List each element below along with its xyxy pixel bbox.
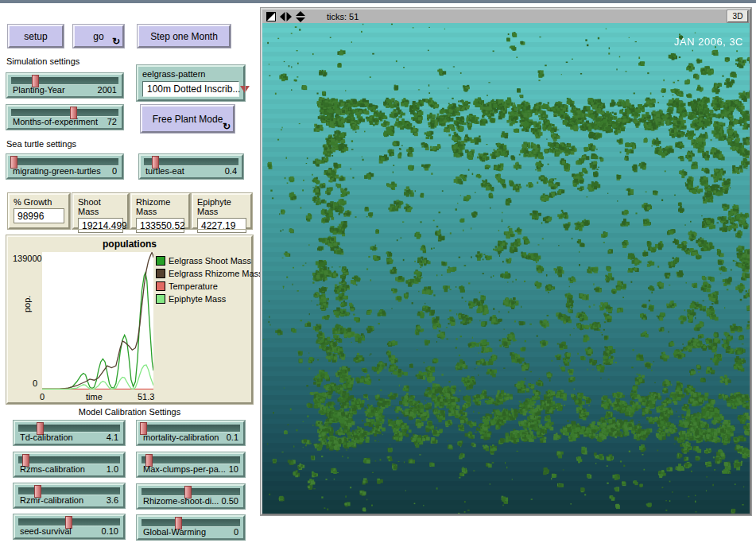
legend-label: Eelgrass Shoot Mass bbox=[169, 256, 251, 266]
slider-max-clumps-per-patch[interactable]: Max-clumps-per-pa...10 bbox=[137, 452, 245, 477]
slider-label: Global-Warming bbox=[143, 527, 206, 537]
monitor-rhizome-mass: Rhizome Mass 133550.52 bbox=[130, 193, 190, 229]
3d-view-button[interactable]: 3D bbox=[727, 10, 748, 22]
slider-label: seed-survival bbox=[20, 526, 72, 536]
slider-td-calibration[interactable]: Td-calibration4.1 bbox=[14, 421, 125, 445]
setup-button-label: setup bbox=[24, 31, 47, 42]
monitor-shoot-mass: Shoot Mass 19214.499 bbox=[72, 193, 129, 229]
slider-track[interactable] bbox=[11, 158, 118, 166]
slider-months-of-experiment[interactable]: Months-of-experiment72 bbox=[6, 105, 123, 130]
slider-track[interactable] bbox=[18, 487, 120, 495]
legend-item: Epiphyte Mass bbox=[156, 293, 263, 305]
monitor-epiphyte-mass: Epiphyte Mass 4227.19 bbox=[192, 193, 252, 229]
slider-track[interactable] bbox=[18, 518, 120, 526]
x-axis-title: time bbox=[86, 392, 103, 402]
slider-track[interactable] bbox=[142, 456, 240, 464]
slider-value: 0.1 bbox=[227, 433, 238, 442]
sea-turtle-settings-label: Sea turtle settings bbox=[6, 139, 76, 149]
monitor-value: 19214.499 bbox=[78, 218, 123, 233]
x-axis-max-label: 51.3 bbox=[138, 392, 154, 402]
slider-value: 0 bbox=[234, 527, 238, 537]
free-plant-mode-label: Free Plant Mode bbox=[153, 114, 223, 125]
eelgrass-pattern-chooser[interactable]: eelgrass-pattern 100m Dotted Inscrib... bbox=[137, 65, 245, 101]
slider-value: 72 bbox=[107, 117, 117, 126]
slider-label: turtles-eat bbox=[145, 166, 184, 176]
slider-rzms-calibration[interactable]: Rzms-calibration1.0 bbox=[14, 452, 125, 477]
monitor-value: 133550.52 bbox=[136, 218, 184, 233]
y-axis-min-label: 0 bbox=[33, 378, 37, 388]
chooser-selected-value: 100m Dotted Inscrib... bbox=[147, 83, 240, 95]
world-date-overlay: JAN 2006, 3C bbox=[674, 36, 743, 48]
go-button[interactable]: go ↻ bbox=[73, 25, 124, 48]
legend-item: Eelgrass Shoot Mass bbox=[156, 254, 263, 267]
world-view-header: ticks: 51 3D bbox=[262, 10, 750, 23]
slider-track[interactable] bbox=[142, 488, 240, 496]
slider-track[interactable] bbox=[11, 77, 118, 85]
slider-value: 2001 bbox=[98, 85, 117, 95]
monitor-percent-growth: % Growth 98996 bbox=[8, 193, 70, 229]
monitor-label: % Growth bbox=[14, 197, 64, 207]
slider-value: 0.50 bbox=[222, 496, 238, 506]
forever-icon: ↻ bbox=[112, 37, 120, 45]
monitor-label: Epiphyte Mass bbox=[197, 197, 246, 216]
slider-value: 4.1 bbox=[107, 433, 118, 442]
slider-turtles-eat[interactable]: turtles-eat0.4 bbox=[139, 154, 243, 179]
monitor-label: Shoot Mass bbox=[78, 197, 123, 216]
slider-value: 0.4 bbox=[225, 166, 237, 176]
slider-track[interactable] bbox=[142, 519, 240, 527]
monitor-value: 4227.19 bbox=[197, 218, 246, 233]
chooser-value-box[interactable]: 100m Dotted Inscrib... bbox=[142, 81, 239, 97]
legend-item: Temperature bbox=[156, 280, 263, 293]
slider-planting-year[interactable]: Planting-Year2001 bbox=[6, 73, 123, 98]
slider-label: Td-calibration bbox=[20, 433, 73, 442]
model-calibration-settings-label: Model Calibration Settings bbox=[6, 407, 253, 417]
slider-label: Rzms-calibration bbox=[20, 464, 85, 474]
legend-swatch-shoot bbox=[156, 256, 165, 266]
slider-label: Rzmr-calibration bbox=[20, 495, 83, 505]
monitor-value: 98996 bbox=[14, 208, 64, 223]
slider-migrating-green-turtles[interactable]: migrating-green-turtles0 bbox=[6, 154, 123, 179]
resize-view-icon[interactable] bbox=[266, 12, 276, 21]
legend-swatch-epiphyte bbox=[156, 294, 165, 304]
slider-track[interactable] bbox=[18, 456, 120, 464]
simulation-settings-label: Simulation settings bbox=[6, 56, 79, 66]
vertical-arrows-icon[interactable] bbox=[296, 11, 305, 22]
monitor-label: Rhizome Mass bbox=[136, 197, 184, 216]
world-canvas[interactable] bbox=[262, 23, 750, 514]
slider-global-warming[interactable]: Global-Warming0 bbox=[137, 515, 245, 540]
forever-icon: ↻ bbox=[223, 122, 231, 130]
plot-legend: Eelgrass Shoot Mass Eelgrass Rhizome Mas… bbox=[156, 254, 263, 305]
chooser-label: eelgrass-pattern bbox=[142, 69, 239, 79]
slider-track[interactable] bbox=[18, 425, 120, 433]
setup-button[interactable]: setup bbox=[8, 25, 64, 48]
slider-rzmr-calibration[interactable]: Rzmr-calibration3.6 bbox=[14, 483, 125, 508]
y-axis-title: pop. bbox=[22, 296, 32, 312]
plot-canvas bbox=[42, 252, 153, 390]
window-top-strip bbox=[0, 0, 756, 3]
slider-seed-survival[interactable]: seed-survival0.10 bbox=[14, 514, 125, 539]
plot-title: populations bbox=[8, 239, 251, 250]
horizontal-arrows-icon[interactable] bbox=[280, 12, 292, 21]
slider-value: 0.10 bbox=[102, 526, 118, 536]
slider-label: Rhizome-shoot-di... bbox=[143, 496, 219, 506]
slider-track[interactable] bbox=[11, 109, 118, 117]
slider-rhizome-shoot-division[interactable]: Rhizome-shoot-di...0.50 bbox=[137, 484, 245, 509]
free-plant-mode-button[interactable]: Free Plant Mode ↻ bbox=[141, 105, 235, 133]
slider-value: 1.0 bbox=[107, 464, 118, 474]
slider-mortality-calibration[interactable]: mortality-calibration0.1 bbox=[137, 421, 245, 445]
legend-item: Eelgrass Rhizome Mass bbox=[156, 267, 263, 280]
legend-label: Epiphyte Mass bbox=[169, 294, 226, 304]
plot-lines bbox=[42, 252, 153, 390]
slider-value: 0 bbox=[112, 166, 117, 176]
world-view: ticks: 51 3D JAN 2006, 3C bbox=[261, 8, 751, 515]
step-one-month-button[interactable]: Step one Month bbox=[138, 25, 231, 48]
slider-track[interactable] bbox=[144, 158, 238, 166]
populations-plot: populations 139000 0 pop. 0 time 51.3 Ee… bbox=[6, 235, 253, 404]
slider-label: mortality-calibration bbox=[143, 433, 219, 442]
legend-label: Eelgrass Rhizome Mass bbox=[169, 269, 263, 278]
chevron-down-icon bbox=[240, 86, 250, 93]
go-button-label: go bbox=[93, 31, 103, 42]
slider-track[interactable] bbox=[142, 425, 240, 433]
legend-label: Temperature bbox=[169, 281, 218, 291]
slider-value: 3.6 bbox=[107, 495, 118, 505]
